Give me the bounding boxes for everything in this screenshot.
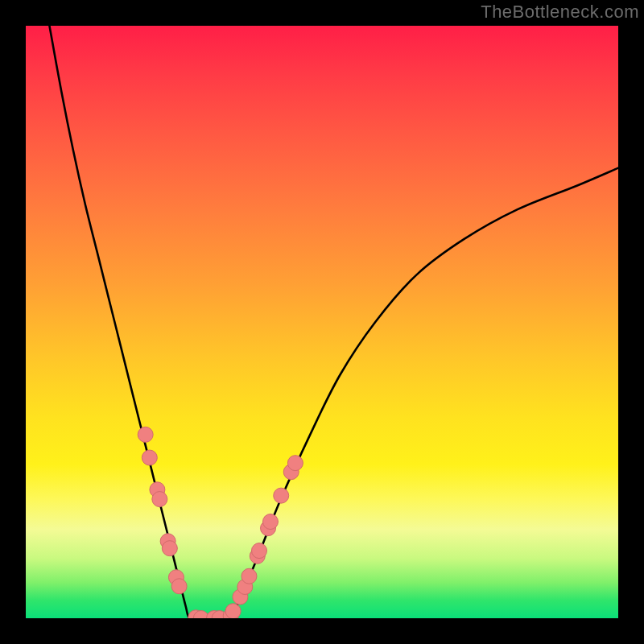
chart-frame: TheBottleneck.com [0, 0, 644, 644]
scatter-dot [225, 604, 241, 618]
scatter-dot [142, 450, 157, 465]
bottleneck-curve [49, 26, 618, 618]
scatter-dot [251, 543, 266, 559]
scatter-dot [242, 568, 257, 584]
scatter-dot [138, 427, 153, 442]
plot-area [26, 26, 618, 618]
watermark-text: TheBottleneck.com [481, 2, 639, 23]
scatter-dot [162, 541, 177, 556]
curve-svg [26, 26, 618, 618]
scatter-markers [138, 427, 303, 618]
scatter-dot [274, 488, 289, 503]
scatter-dot [262, 514, 278, 530]
scatter-dot [171, 579, 187, 594]
v-curve-path [49, 26, 618, 618]
scatter-dot [152, 492, 167, 507]
scatter-dot [287, 456, 303, 471]
